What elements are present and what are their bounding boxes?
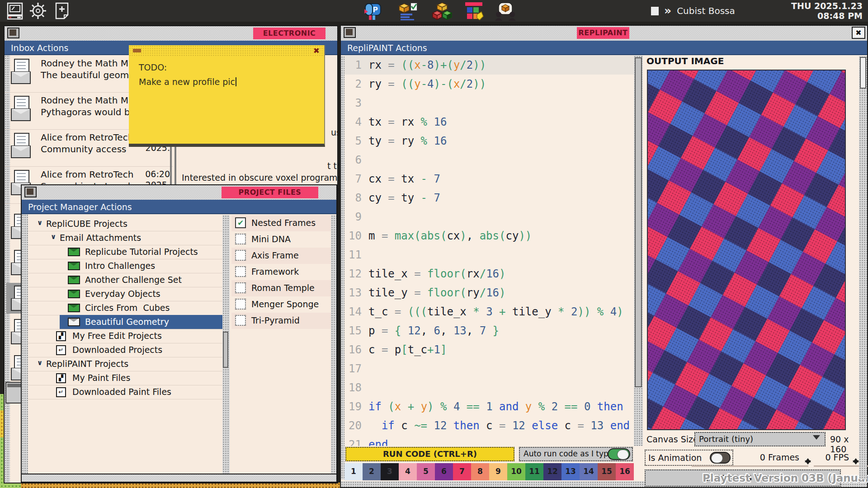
inbox-title-bar[interactable]: ELECTRONIC INBOX <box>5 26 337 42</box>
sticky-note-close-icon[interactable]: ✖ <box>313 46 320 55</box>
code-line[interactable]: 2ry = ((y-4)-(x/2)) <box>344 75 634 94</box>
code-line[interactable]: 8cy = ty - 7 <box>344 188 634 207</box>
code-line[interactable]: 5ty = ry % 16 <box>344 131 634 150</box>
sticky-note[interactable]: ✖ TODO: Make a new profile pic <box>129 45 325 147</box>
new-file-icon[interactable] <box>54 2 70 20</box>
tree-item[interactable]: ▞My Free Edit Projects <box>28 329 222 343</box>
palette-color-10[interactable]: 10 <box>507 463 525 480</box>
pm-tree-scroll-thumb[interactable] <box>223 332 228 368</box>
palette-color-4[interactable]: 4 <box>399 463 417 480</box>
code-line[interactable]: 16c = p[t_c+1] <box>344 340 634 359</box>
sticky-note-title-bar[interactable] <box>129 45 324 56</box>
code-line[interactable]: 15p = { 12, 6, 13, 7 } <box>344 321 634 340</box>
fps-stepper[interactable] <box>853 450 859 465</box>
file-row[interactable]: Axis Frame <box>231 248 332 264</box>
cube-checklist-app-icon[interactable] <box>398 2 419 21</box>
code-editor[interactable]: 1rx = ((x-8)+(y/2))2ry = ((y-4)-(x/2))34… <box>344 56 634 446</box>
computer-icon[interactable] <box>6 2 24 20</box>
file-row[interactable]: Roman Temple <box>231 280 332 296</box>
code-line[interactable]: 14t_c = (((tile_x * 3 + tile_y * 2)) % 4… <box>344 302 634 321</box>
code-line[interactable]: 13tile_y = floor(ry/16) <box>344 283 634 302</box>
checkbox[interactable] <box>235 266 246 277</box>
palette-color-8[interactable]: 8 <box>471 463 489 480</box>
palette-color-15[interactable]: 15 <box>598 463 616 480</box>
is-animation-toggle[interactable] <box>710 452 731 464</box>
code-line[interactable]: 19if (x + y) % 4 == 1 and y % 2 == 0 the… <box>344 397 634 416</box>
palette-color-1[interactable]: 1 <box>344 463 363 480</box>
tree-item[interactable]: Replicube Tutorial Projects <box>28 245 222 259</box>
code-line[interactable]: 12tile_x = floor(rx/16) <box>344 264 634 283</box>
file-row[interactable]: Mini DNA <box>231 231 332 248</box>
checkbox[interactable] <box>235 234 246 244</box>
palette-color-12[interactable]: 12 <box>543 463 561 480</box>
rp-window-menu-button[interactable] <box>344 27 356 38</box>
pm-tree-scrollbar[interactable] <box>222 215 230 474</box>
sticky-note-minimize-icon[interactable] <box>133 49 141 52</box>
pm-title-bar[interactable]: PROJECT FILES MANAGER <box>22 185 336 201</box>
tree-item[interactable]: ∨Email Attachments <box>28 231 222 245</box>
code-line[interactable]: 10m = max(abs(cx), abs(cy)) <box>344 226 634 245</box>
tree-item[interactable]: ▞My Paint Files <box>28 371 222 385</box>
canvas-size-select[interactable]: Portrait (tiny) <box>694 432 826 446</box>
autorun-toggle[interactable] <box>608 448 630 460</box>
code-line[interactable]: 3 <box>344 94 634 113</box>
music-skip-icon[interactable]: » <box>664 6 671 15</box>
code-line[interactable]: 17 <box>344 359 634 378</box>
tree-item[interactable]: Beautiful Geometry <box>28 315 222 329</box>
tree-item[interactable]: ↵Downloaded Projects <box>28 343 222 357</box>
tree-item[interactable]: Another Challenge Set <box>28 273 222 287</box>
rp-actions-menu[interactable]: RepliPAINT Actions <box>341 41 867 55</box>
file-row[interactable]: Framework <box>231 264 332 280</box>
pm-bottom-resize-bar[interactable] <box>22 474 336 482</box>
palette-color-2[interactable]: 2 <box>363 463 381 480</box>
code-line[interactable]: 20 if c ~= 12 then c = 12 else c = 13 en… <box>344 416 634 435</box>
palette-color-14[interactable]: 14 <box>580 463 598 480</box>
code-scroll-thumb[interactable] <box>635 57 642 387</box>
frames-stepper[interactable] <box>805 450 811 465</box>
rp-right-scrollbar[interactable] <box>859 56 867 479</box>
palette-color-16[interactable]: 16 <box>616 463 634 480</box>
palette-color-9[interactable]: 9 <box>489 463 507 480</box>
code-line[interactable]: 11 <box>344 245 634 264</box>
run-code-button[interactable]: RUN CODE (CTRL+R) <box>345 447 514 461</box>
checkbox[interactable]: ✔ <box>235 217 246 228</box>
sticky-note-body-text[interactable]: Make a new profile pic <box>139 77 236 87</box>
output-image[interactable] <box>647 70 846 430</box>
checkbox[interactable] <box>235 250 246 261</box>
tree-item[interactable]: Circles From Cubes <box>28 301 222 315</box>
palette-color-13[interactable]: 13 <box>561 463 580 480</box>
code-line[interactable]: 1rx = ((x-8)+(y/2)) <box>344 56 634 75</box>
code-line[interactable]: 9 <box>344 207 634 226</box>
mini-window-icon[interactable] <box>5 382 23 404</box>
palette-color-7[interactable]: 7 <box>453 463 471 480</box>
palette-color-3[interactable]: 3 <box>381 463 399 480</box>
palette-color-5[interactable]: 5 <box>417 463 435 480</box>
chevron-down-icon[interactable]: ∨ <box>51 233 56 241</box>
pm-actions-menu[interactable]: Project Manager Actions <box>22 200 336 214</box>
code-line[interactable]: 6 <box>344 150 634 169</box>
tree-item[interactable]: ↵Downloaded Paint Files <box>28 385 222 399</box>
music-stop-icon[interactable] <box>651 7 659 15</box>
rp-close-button[interactable]: ✖ <box>852 27 865 39</box>
checkbox[interactable] <box>235 315 246 326</box>
palette-color-11[interactable]: 11 <box>525 463 543 480</box>
rp-title-bar[interactable]: REPLIPAINT ✖ <box>341 26 867 42</box>
checkbox[interactable] <box>235 282 246 293</box>
mailbox-app-icon[interactable]: P <box>362 2 382 21</box>
code-line[interactable]: 4tx = rx % 16 <box>344 113 634 131</box>
code-scrollbar[interactable] <box>634 56 643 446</box>
tree-item[interactable]: Intro Challenges <box>28 259 222 273</box>
chevron-down-icon[interactable]: ∨ <box>37 219 42 227</box>
palette-color-6[interactable]: 6 <box>435 463 453 480</box>
rp-right-scroll-thumb[interactable] <box>860 57 866 89</box>
checkbox[interactable] <box>235 299 246 310</box>
tree-item[interactable]: Everyday Objects <box>28 287 222 301</box>
community-cube-app-icon[interactable] <box>495 2 516 21</box>
inbox-window-menu-button[interactable] <box>7 28 19 38</box>
pm-window-menu-button[interactable] <box>24 187 37 197</box>
file-row[interactable]: ✔Nested Frames <box>231 215 332 231</box>
chevron-down-icon[interactable]: ∨ <box>37 359 42 367</box>
code-line[interactable]: 18 <box>344 378 634 397</box>
cubes-app-icon[interactable] <box>432 2 453 21</box>
code-line[interactable]: 7cx = tx - 7 <box>344 169 634 188</box>
